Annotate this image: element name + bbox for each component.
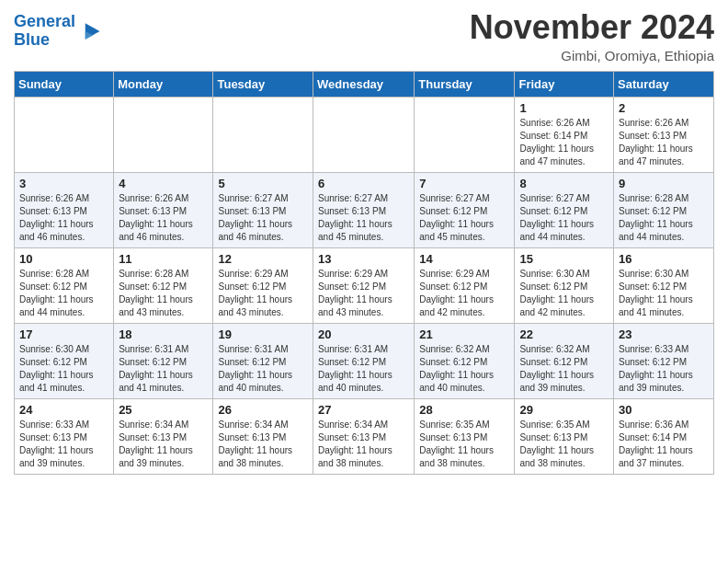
- weekday-header-tuesday: Tuesday: [213, 71, 313, 97]
- logo-line1: General: [14, 12, 75, 30]
- day-info: Sunrise: 6:34 AM Sunset: 6:13 PM Dayligh…: [318, 419, 409, 470]
- calendar-cell: [15, 97, 114, 172]
- weekday-header-row: SundayMondayTuesdayWednesdayThursdayFrid…: [15, 71, 714, 97]
- day-number: 9: [619, 177, 709, 190]
- day-number: 16: [619, 252, 709, 266]
- day-number: 24: [19, 403, 108, 417]
- day-number: 17: [19, 327, 108, 341]
- calendar-table: SundayMondayTuesdayWednesdayThursdayFrid…: [14, 71, 714, 475]
- calendar-cell: 16Sunrise: 6:30 AM Sunset: 6:12 PM Dayli…: [614, 247, 714, 323]
- calendar-cell: 30Sunrise: 6:36 AM Sunset: 6:14 PM Dayli…: [614, 398, 714, 474]
- logo-text: General Blue: [14, 13, 75, 50]
- logo-line2: Blue: [14, 30, 50, 49]
- day-number: 23: [619, 327, 709, 341]
- weekday-header-friday: Friday: [515, 71, 614, 97]
- day-number: 29: [519, 403, 609, 417]
- calendar-cell: 5Sunrise: 6:27 AM Sunset: 6:13 PM Daylig…: [213, 172, 313, 247]
- day-info: Sunrise: 6:30 AM Sunset: 6:12 PM Dayligh…: [519, 268, 609, 319]
- calendar-cell: 19Sunrise: 6:31 AM Sunset: 6:12 PM Dayli…: [213, 323, 313, 398]
- weekday-header-sunday: Sunday: [15, 71, 114, 97]
- calendar-cell: [213, 97, 313, 172]
- calendar-cell: 27Sunrise: 6:34 AM Sunset: 6:13 PM Dayli…: [313, 398, 415, 474]
- header: General Blue November 2024 Gimbi, Oromiy…: [14, 9, 714, 63]
- day-info: Sunrise: 6:35 AM Sunset: 6:13 PM Dayligh…: [419, 419, 509, 470]
- day-info: Sunrise: 6:26 AM Sunset: 6:13 PM Dayligh…: [619, 117, 709, 168]
- day-info: Sunrise: 6:27 AM Sunset: 6:13 PM Dayligh…: [218, 192, 308, 244]
- day-info: Sunrise: 6:35 AM Sunset: 6:13 PM Dayligh…: [519, 419, 609, 470]
- day-info: Sunrise: 6:31 AM Sunset: 6:12 PM Dayligh…: [119, 343, 208, 395]
- day-info: Sunrise: 6:36 AM Sunset: 6:14 PM Dayligh…: [619, 419, 709, 470]
- logo: General Blue: [14, 13, 103, 50]
- calendar-cell: 14Sunrise: 6:29 AM Sunset: 6:12 PM Dayli…: [415, 247, 515, 323]
- day-info: Sunrise: 6:26 AM Sunset: 6:14 PM Dayligh…: [519, 117, 609, 168]
- day-info: Sunrise: 6:28 AM Sunset: 6:12 PM Dayligh…: [619, 192, 709, 244]
- calendar-cell: 29Sunrise: 6:35 AM Sunset: 6:13 PM Dayli…: [515, 398, 614, 474]
- day-number: 26: [218, 403, 308, 417]
- day-info: Sunrise: 6:28 AM Sunset: 6:12 PM Dayligh…: [119, 268, 208, 319]
- calendar-cell: 8Sunrise: 6:27 AM Sunset: 6:12 PM Daylig…: [515, 172, 614, 247]
- calendar-cell: 28Sunrise: 6:35 AM Sunset: 6:13 PM Dayli…: [415, 398, 515, 474]
- day-number: 5: [218, 177, 308, 190]
- day-number: 7: [419, 177, 509, 190]
- day-number: 6: [318, 177, 409, 190]
- weekday-header-monday: Monday: [114, 71, 213, 97]
- calendar-cell: 20Sunrise: 6:31 AM Sunset: 6:12 PM Dayli…: [313, 323, 415, 398]
- day-number: 14: [419, 252, 509, 266]
- calendar-cell: 12Sunrise: 6:29 AM Sunset: 6:12 PM Dayli…: [213, 247, 313, 323]
- day-number: 21: [419, 327, 509, 341]
- location: Gimbi, Oromiya, Ethiopia: [470, 48, 714, 63]
- day-info: Sunrise: 6:30 AM Sunset: 6:12 PM Dayligh…: [619, 268, 709, 319]
- day-number: 1: [519, 101, 609, 115]
- calendar-cell: [313, 97, 415, 172]
- day-number: 2: [619, 101, 709, 115]
- day-number: 4: [119, 177, 208, 190]
- day-number: 8: [519, 177, 609, 190]
- day-number: 15: [519, 252, 609, 266]
- month-title: November 2024: [470, 9, 714, 46]
- day-info: Sunrise: 6:27 AM Sunset: 6:12 PM Dayligh…: [419, 192, 509, 244]
- calendar-cell: 21Sunrise: 6:32 AM Sunset: 6:12 PM Dayli…: [415, 323, 515, 398]
- day-number: 27: [318, 403, 409, 417]
- calendar-cell: [415, 97, 515, 172]
- day-number: 3: [19, 177, 108, 190]
- calendar-cell: 15Sunrise: 6:30 AM Sunset: 6:12 PM Dayli…: [515, 247, 614, 323]
- day-info: Sunrise: 6:31 AM Sunset: 6:12 PM Dayligh…: [218, 343, 308, 395]
- page: General Blue November 2024 Gimbi, Oromiy…: [0, 0, 728, 484]
- day-number: 12: [218, 252, 308, 266]
- calendar-cell: 24Sunrise: 6:33 AM Sunset: 6:13 PM Dayli…: [15, 398, 114, 474]
- calendar-cell: 7Sunrise: 6:27 AM Sunset: 6:12 PM Daylig…: [415, 172, 515, 247]
- day-info: Sunrise: 6:34 AM Sunset: 6:13 PM Dayligh…: [218, 419, 308, 470]
- calendar-cell: 26Sunrise: 6:34 AM Sunset: 6:13 PM Dayli…: [213, 398, 313, 474]
- calendar-cell: 3Sunrise: 6:26 AM Sunset: 6:13 PM Daylig…: [15, 172, 114, 247]
- week-row-3: 10Sunrise: 6:28 AM Sunset: 6:12 PM Dayli…: [15, 247, 714, 323]
- day-info: Sunrise: 6:33 AM Sunset: 6:13 PM Dayligh…: [19, 419, 108, 470]
- calendar-cell: 9Sunrise: 6:28 AM Sunset: 6:12 PM Daylig…: [614, 172, 714, 247]
- day-info: Sunrise: 6:33 AM Sunset: 6:12 PM Dayligh…: [619, 343, 709, 395]
- calendar-cell: 4Sunrise: 6:26 AM Sunset: 6:13 PM Daylig…: [114, 172, 213, 247]
- calendar-cell: 10Sunrise: 6:28 AM Sunset: 6:12 PM Dayli…: [15, 247, 114, 323]
- calendar-cell: [114, 97, 213, 172]
- day-info: Sunrise: 6:27 AM Sunset: 6:12 PM Dayligh…: [519, 192, 609, 244]
- day-number: 25: [119, 403, 208, 417]
- calendar-cell: 2Sunrise: 6:26 AM Sunset: 6:13 PM Daylig…: [614, 97, 714, 172]
- day-info: Sunrise: 6:29 AM Sunset: 6:12 PM Dayligh…: [419, 268, 509, 319]
- day-info: Sunrise: 6:29 AM Sunset: 6:12 PM Dayligh…: [218, 268, 308, 319]
- calendar-cell: 18Sunrise: 6:31 AM Sunset: 6:12 PM Dayli…: [114, 323, 213, 398]
- day-number: 18: [119, 327, 208, 341]
- day-info: Sunrise: 6:32 AM Sunset: 6:12 PM Dayligh…: [419, 343, 509, 395]
- week-row-4: 17Sunrise: 6:30 AM Sunset: 6:12 PM Dayli…: [15, 323, 714, 398]
- weekday-header-saturday: Saturday: [614, 71, 714, 97]
- weekday-header-wednesday: Wednesday: [313, 71, 415, 97]
- day-number: 10: [19, 252, 108, 266]
- day-info: Sunrise: 6:26 AM Sunset: 6:13 PM Dayligh…: [119, 192, 208, 244]
- week-row-1: 1Sunrise: 6:26 AM Sunset: 6:14 PM Daylig…: [15, 97, 714, 172]
- logo-icon: [77, 18, 103, 44]
- day-info: Sunrise: 6:29 AM Sunset: 6:12 PM Dayligh…: [318, 268, 409, 319]
- day-number: 19: [218, 327, 308, 341]
- week-row-5: 24Sunrise: 6:33 AM Sunset: 6:13 PM Dayli…: [15, 398, 714, 474]
- day-info: Sunrise: 6:30 AM Sunset: 6:12 PM Dayligh…: [19, 343, 108, 395]
- calendar-cell: 1Sunrise: 6:26 AM Sunset: 6:14 PM Daylig…: [515, 97, 614, 172]
- title-block: November 2024 Gimbi, Oromiya, Ethiopia: [470, 9, 714, 63]
- day-number: 20: [318, 327, 409, 341]
- calendar-cell: 23Sunrise: 6:33 AM Sunset: 6:12 PM Dayli…: [614, 323, 714, 398]
